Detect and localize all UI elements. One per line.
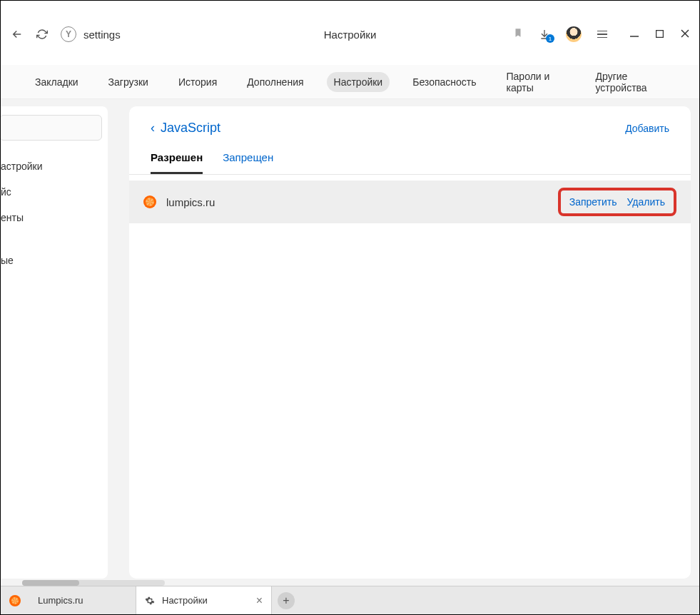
sidebar-item[interactable]: ые — [0, 248, 108, 273]
back-link[interactable]: ‹ JavaScript — [151, 121, 220, 136]
new-tab-button[interactable]: + — [278, 592, 295, 609]
tab-strip: Lumpics.ru Настройки × + — [1, 586, 699, 614]
profile-avatar[interactable] — [566, 26, 582, 42]
sidebar-search[interactable] — [0, 115, 102, 141]
browser-tab-settings[interactable]: Настройки × — [136, 586, 272, 614]
site-favicon — [143, 195, 156, 208]
section-title: JavaScript — [161, 121, 220, 136]
site-actions-highlight: Запретить Удалить — [558, 188, 676, 216]
chevron-left-icon: ‹ — [151, 121, 155, 136]
browser-toolbar: Y settings Настройки 1 — [1, 14, 699, 55]
close-button[interactable] — [681, 29, 689, 40]
tab-label: Lumpics.ru — [38, 595, 83, 606]
site-identity-icon: Y — [61, 26, 76, 42]
tab-allowed[interactable]: Разрешен — [151, 151, 203, 174]
sidebar-scrollbar[interactable] — [22, 580, 165, 586]
nav-passwords[interactable]: Пароли и карты — [499, 66, 573, 98]
menu-button[interactable] — [597, 31, 607, 39]
address-bar[interactable]: Y settings — [61, 26, 121, 42]
page-title: Настройки — [324, 29, 377, 41]
nav-addons[interactable]: Дополнения — [240, 72, 310, 92]
nav-downloads[interactable]: Загрузки — [101, 72, 156, 92]
site-name: lumpics.ru — [166, 196, 558, 208]
sidebar: астройки йс енты ые — [0, 106, 108, 579]
settings-nav: Закладки Загрузки История Дополнения Нас… — [1, 65, 699, 99]
add-button[interactable]: Добавить — [625, 123, 669, 134]
nav-security[interactable]: Безопасность — [405, 72, 483, 92]
nav-devices[interactable]: Другие устройства — [589, 66, 672, 98]
new-tab-area: + — [272, 586, 300, 614]
maximize-button[interactable] — [656, 29, 664, 40]
tab-label: Настройки — [162, 595, 208, 606]
delete-action[interactable]: Удалить — [627, 196, 665, 208]
minimize-button[interactable] — [630, 29, 639, 40]
downloads-button[interactable]: 1 — [539, 29, 550, 40]
reload-button[interactable] — [36, 29, 48, 40]
browser-tab-lumpics[interactable]: Lumpics.ru — [1, 586, 136, 614]
tab-close-icon[interactable]: × — [256, 594, 263, 607]
back-button[interactable] — [11, 28, 24, 41]
sidebar-item[interactable]: енты — [0, 205, 108, 230]
nav-history[interactable]: История — [171, 72, 224, 92]
main-panel: ‹ JavaScript Добавить Разрешен Запрещен … — [129, 106, 691, 579]
sidebar-item[interactable]: астройки — [0, 153, 108, 179]
content-area: астройки йс енты ые ‹ JavaScript Добавит… — [1, 99, 699, 586]
gear-icon — [145, 596, 155, 606]
nav-settings[interactable]: Настройки — [327, 72, 390, 92]
address-text: settings — [83, 29, 121, 41]
lumpics-favicon — [9, 595, 21, 606]
site-row[interactable]: lumpics.ru Запретить Удалить — [129, 181, 691, 223]
block-action[interactable]: Запретить — [569, 196, 617, 208]
permission-tabs: Разрешен Запрещен — [129, 136, 691, 175]
nav-bookmarks[interactable]: Закладки — [28, 72, 86, 92]
svg-rect-1 — [656, 31, 664, 38]
bookmark-icon[interactable] — [513, 28, 523, 41]
tab-blocked[interactable]: Запрещен — [223, 151, 273, 174]
sidebar-item[interactable]: йс — [0, 179, 108, 205]
download-badge: 1 — [546, 34, 554, 43]
